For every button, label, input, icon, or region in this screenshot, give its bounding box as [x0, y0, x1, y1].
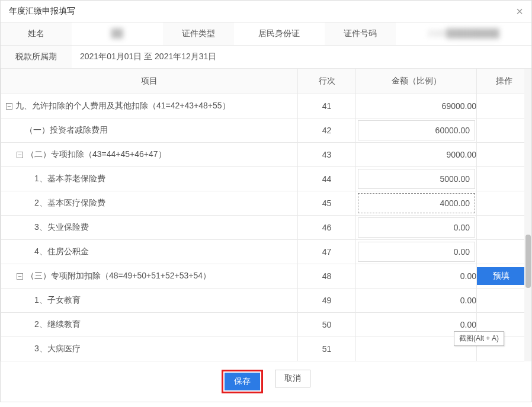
period-label: 税款所属期	[1, 46, 72, 68]
table-row: 九、允许扣除的个人费用及其他扣除（41=42+43+48+55）4169000.…	[1, 94, 531, 118]
save-button[interactable]: 保存	[225, 373, 260, 390]
table-row: 3、大病医疗51	[1, 337, 531, 361]
item-label: 1、基本养老保险费	[34, 174, 294, 184]
row-number: 43	[298, 143, 356, 167]
table-row: （三）专项附加扣除（48=49+50+51+52+53+54）480.00预填	[1, 264, 531, 289]
op-cell	[477, 143, 531, 167]
row-number: 46	[298, 216, 356, 240]
modal-header: 年度汇缴申报填写 ×	[1, 1, 531, 23]
th-row: 行次	[298, 69, 356, 94]
item-label: 1、子女教育	[34, 295, 294, 306]
annual-filing-modal: 年度汇缴申报填写 × 姓名 ██ 证件类型 居民身份证 证件号码 2102███…	[0, 0, 532, 402]
row-number: 42	[298, 118, 356, 143]
amount-cell: 69000.00	[356, 94, 477, 118]
amount-cell	[356, 191, 477, 216]
item-label: （二）专项扣除（43=44+45+46+47）	[26, 149, 294, 160]
row-number: 49	[298, 289, 356, 313]
op-cell: 预填	[477, 264, 531, 289]
row-number: 44	[298, 167, 356, 191]
period-value: 2021年01月01日 至 2021年12月31日	[72, 46, 531, 68]
name-label: 姓名	[1, 23, 72, 45]
collapse-icon[interactable]	[15, 150, 24, 159]
close-icon[interactable]: ×	[516, 5, 523, 17]
collapse-icon[interactable]	[5, 102, 13, 110]
op-cell	[477, 94, 531, 118]
item-label: 3、失业保险费	[34, 222, 294, 233]
amount-cell	[356, 240, 477, 264]
screenshot-tooltip: 截图(Alt + A)	[454, 331, 504, 346]
item-label: 2、基本医疗保险费	[34, 198, 294, 209]
row-number: 50	[298, 313, 356, 337]
row-number: 47	[298, 240, 356, 264]
modal-footer: 保存 取消	[1, 361, 531, 402]
item-label: （一）投资者减除费用	[25, 125, 294, 136]
table-row: 3、失业保险费46	[1, 216, 531, 240]
save-highlight: 保存	[222, 370, 263, 393]
row-number: 51	[298, 337, 356, 361]
amount-cell	[356, 167, 477, 191]
amount-cell	[356, 216, 477, 240]
table-row: 1、基本养老保险费44	[1, 167, 531, 191]
table-row: （一）投资者减除费用42	[1, 118, 531, 143]
row-number: 48	[298, 264, 356, 289]
table-wrapper: 项目 行次 金额（比例） 操作 九、允许扣除的个人费用及其他扣除（41=42+4…	[1, 69, 531, 361]
amount-cell: 9000.00	[356, 143, 477, 167]
table-row: 2、继续教育500.00	[1, 313, 531, 337]
table-header-row: 项目 行次 金额（比例） 操作	[1, 69, 531, 94]
row-number: 45	[298, 191, 356, 216]
collapse-icon[interactable]	[15, 272, 24, 280]
op-cell	[477, 118, 531, 143]
modal-title: 年度汇缴申报填写	[9, 6, 75, 17]
amount-cell: 0.00	[356, 289, 477, 313]
amount-cell: 0.00	[356, 264, 477, 289]
cancel-button[interactable]: 取消	[275, 370, 310, 387]
table-row: 1、子女教育490.00	[1, 289, 531, 313]
prefill-button[interactable]: 预填	[477, 267, 525, 285]
th-op: 操作	[477, 69, 531, 94]
amount-input[interactable]	[358, 169, 475, 189]
row-number: 41	[298, 94, 356, 118]
item-label: 九、允许扣除的个人费用及其他扣除（41=42+43+48+55）	[15, 101, 294, 111]
th-item: 项目	[1, 69, 298, 94]
info-row: 姓名 ██ 证件类型 居民身份证 证件号码 2102█████████	[1, 23, 531, 46]
item-label: 2、继续教育	[34, 319, 294, 330]
id-number-text: 2102█████████	[428, 28, 499, 38]
amount-cell	[356, 118, 477, 143]
amount-input[interactable]	[358, 217, 475, 238]
item-label: （三）专项附加扣除（48=49+50+51+52+53+54）	[26, 271, 294, 281]
id-number-value: 2102█████████	[396, 23, 531, 45]
scroll-thumb[interactable]	[525, 235, 531, 288]
op-cell	[477, 216, 531, 240]
items-table: 项目 行次 金额（比例） 操作 九、允许扣除的个人费用及其他扣除（41=42+4…	[1, 69, 531, 361]
period-row: 税款所属期 2021年01月01日 至 2021年12月31日	[1, 46, 531, 69]
scrollbar[interactable]	[524, 69, 531, 361]
amount-input[interactable]	[358, 120, 475, 140]
amount-input[interactable]	[358, 193, 475, 213]
id-type-label: 证件类型	[163, 23, 234, 45]
name-value: ██	[72, 23, 163, 45]
op-cell	[477, 240, 531, 264]
op-cell	[477, 289, 531, 313]
id-number-label: 证件号码	[325, 23, 396, 45]
table-row: 4、住房公积金47	[1, 240, 531, 264]
op-cell	[477, 167, 531, 191]
item-label: 4、住房公积金	[34, 246, 294, 257]
amount-input[interactable]	[358, 242, 475, 262]
item-label: 3、大病医疗	[34, 344, 294, 354]
th-amount: 金额（比例）	[356, 69, 477, 94]
id-type-value: 居民身份证	[234, 23, 325, 45]
op-cell	[477, 191, 531, 216]
table-row: （二）专项扣除（43=44+45+46+47）439000.00	[1, 143, 531, 167]
table-row: 2、基本医疗保险费45	[1, 191, 531, 216]
